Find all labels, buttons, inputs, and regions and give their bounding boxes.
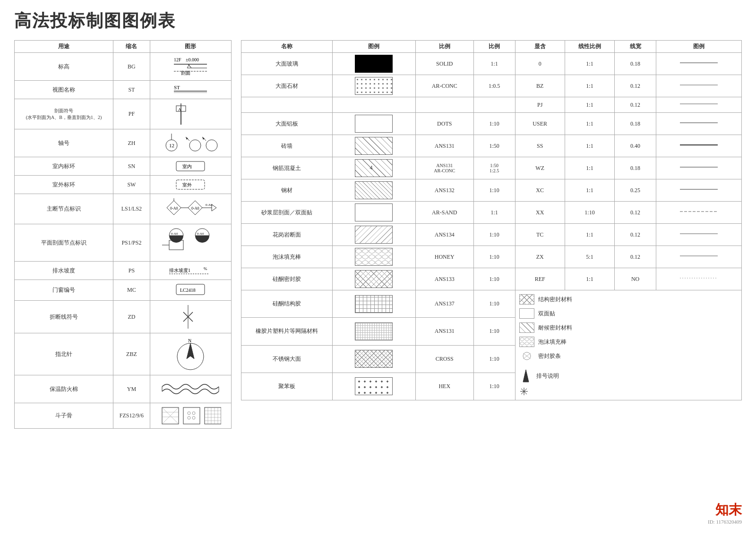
table-row: 门窗编号 MC LC2418 bbox=[15, 280, 232, 301]
table-row: 大面石材 AR-CONC 1:0.5 BZ 1:1 0.12 bbox=[241, 75, 742, 97]
line-example bbox=[656, 224, 742, 246]
svg-rect-84 bbox=[355, 248, 392, 265]
table-row: 排水坡度 PS 排水坡度1 % bbox=[15, 262, 232, 280]
line-code: PJ bbox=[515, 97, 565, 113]
brand-logo: 知末 bbox=[715, 501, 742, 519]
right-table: 名称 图例 比例 比例 显含 线性比例 线宽 图例 大面玻璃 bbox=[241, 40, 742, 400]
material-name: 不锈钢大面 bbox=[241, 345, 333, 373]
table-row: 泡沫填充棒 bbox=[241, 246, 742, 268]
line-code: ZX bbox=[515, 246, 565, 268]
col-header-abbr: 缩名 bbox=[113, 41, 150, 53]
line-example bbox=[656, 135, 742, 157]
table-row: 室内标环 SN 室内 bbox=[15, 157, 232, 176]
line-scale: 1:1 bbox=[565, 179, 614, 202]
material-pattern bbox=[333, 373, 416, 400]
ratio: 1:10 bbox=[473, 224, 515, 246]
material-name: 硅酮密封胶 bbox=[241, 268, 333, 290]
material-name: 硅酮结构胶 bbox=[241, 290, 333, 318]
symbol-cell bbox=[150, 375, 231, 403]
pattern-code: ANS132 bbox=[415, 179, 473, 202]
material-pattern bbox=[333, 202, 416, 224]
elevation-symbol: 12F ±0.000 剖面 bbox=[172, 55, 209, 78]
line-scale: 1:1 bbox=[565, 75, 614, 97]
material-name: 大面铝板 bbox=[241, 113, 333, 135]
abbr-label: FZS12/9/6 bbox=[113, 403, 150, 429]
svg-text:0-A0: 0-A0 bbox=[206, 203, 213, 207]
svg-text:室外: 室外 bbox=[182, 182, 192, 187]
ratio: 1:501:2.5 bbox=[473, 157, 515, 179]
abbr-label: ZD bbox=[113, 301, 150, 333]
ratio: 1:50 bbox=[473, 135, 515, 157]
purpose-label: 门窗编号 bbox=[15, 280, 113, 301]
line-code: USER bbox=[515, 113, 565, 135]
line-width: 0.40 bbox=[615, 135, 656, 157]
table-row: 斗子骨 FZS12/9/6 bbox=[15, 403, 232, 429]
table-row: 轴号 ZH 12 bbox=[15, 129, 232, 157]
ratio bbox=[473, 97, 515, 113]
svg-marker-95 bbox=[523, 370, 529, 382]
abbr-label: YM bbox=[113, 375, 150, 403]
symbol-cell: A bbox=[150, 99, 231, 129]
pattern-code: HEX bbox=[415, 373, 473, 400]
line-scale: 1:1 bbox=[565, 113, 614, 135]
legend-label: 排号说明 bbox=[536, 372, 559, 380]
svg-text:LC2418: LC2418 bbox=[180, 288, 196, 293]
purpose-label: 室外标环 bbox=[15, 176, 113, 194]
line-width: 0.18 bbox=[615, 53, 656, 75]
line-width: NO bbox=[615, 268, 656, 290]
svg-rect-60 bbox=[183, 407, 200, 424]
table-row: 钢筋混凝土 4 ANS131AR-CONC 1:501:2.5 WZ 1:1 0… bbox=[241, 157, 742, 179]
line-example bbox=[656, 53, 742, 75]
abbr-label: LS1/LS2 bbox=[113, 194, 150, 224]
symbol-cell: 12 bbox=[150, 129, 231, 157]
material-pattern: 4 bbox=[333, 157, 416, 179]
material-name: 聚苯板 bbox=[241, 373, 333, 400]
table-row: 指北针 ZBZ N bbox=[15, 333, 232, 375]
material-pattern bbox=[333, 75, 416, 97]
abbr-label: ZBZ bbox=[113, 333, 150, 375]
material-pattern bbox=[333, 179, 416, 202]
symbol-cell: LC2418 bbox=[150, 280, 231, 301]
symbol-cell: 12F ±0.000 剖面 bbox=[150, 53, 231, 81]
abbr-label: PS bbox=[113, 262, 150, 280]
purpose-label: 室内标环 bbox=[15, 157, 113, 176]
ratio: 1:10 bbox=[473, 318, 515, 345]
svg-point-21 bbox=[206, 140, 217, 151]
svg-text:0-A0: 0-A0 bbox=[170, 206, 178, 211]
material-pattern bbox=[333, 135, 416, 157]
svg-rect-88 bbox=[520, 337, 534, 347]
material-pattern bbox=[333, 290, 416, 318]
purpose-label: 主断节点标识 bbox=[15, 194, 113, 224]
legend-label: 耐候密封材料 bbox=[538, 324, 572, 332]
pattern-code: ANS133 bbox=[415, 268, 473, 290]
line-scale: 1:1 bbox=[565, 224, 614, 246]
table-row: PJ 1:1 0.12 bbox=[241, 97, 742, 113]
purpose-label: 折断线符号 bbox=[15, 301, 113, 333]
material-name bbox=[241, 97, 333, 113]
line-code: XX bbox=[515, 202, 565, 224]
col-header-pattern: 图例 bbox=[333, 41, 416, 53]
logo-area: 知末 ID: 1176320409 bbox=[708, 501, 742, 525]
svg-rect-65 bbox=[205, 407, 221, 424]
svg-text:0-A0: 0-A0 bbox=[197, 232, 204, 236]
plan-node-symbol: 0-A0 0-A0 bbox=[160, 226, 221, 259]
svg-marker-20 bbox=[186, 137, 188, 140]
table-row: 花岗岩断面 ANS134 1:10 TC 1:1 0.12 bbox=[241, 224, 742, 246]
door-window-symbol: LC2418 bbox=[172, 282, 209, 298]
table-row: 大面铝板 DOTS 1:10 USER 1:1 0.18 bbox=[241, 113, 742, 135]
pattern-code: ANS134 bbox=[415, 224, 473, 246]
svg-text:0-A0: 0-A0 bbox=[171, 232, 178, 236]
purpose-label: 斗子骨 bbox=[15, 403, 113, 429]
line-example bbox=[656, 113, 742, 135]
purpose-label: 标高 bbox=[15, 53, 113, 81]
line-scale: 5:1 bbox=[565, 246, 614, 268]
table-row: 室外标环 SW 室外 bbox=[15, 176, 232, 194]
svg-marker-23 bbox=[202, 137, 205, 140]
table-row: 剖面符号(水平剖面为A、B，垂直剖面为1、2) PF A bbox=[15, 99, 232, 129]
symbol-cell: 室外 bbox=[150, 176, 231, 194]
ratio: 1:10 bbox=[473, 246, 515, 268]
svg-text:0-A0: 0-A0 bbox=[191, 206, 199, 211]
table-row: 视图名称 ST ST bbox=[15, 81, 232, 99]
legend-label: 泡沫填充棒 bbox=[538, 338, 567, 346]
svg-marker-35 bbox=[212, 204, 216, 211]
